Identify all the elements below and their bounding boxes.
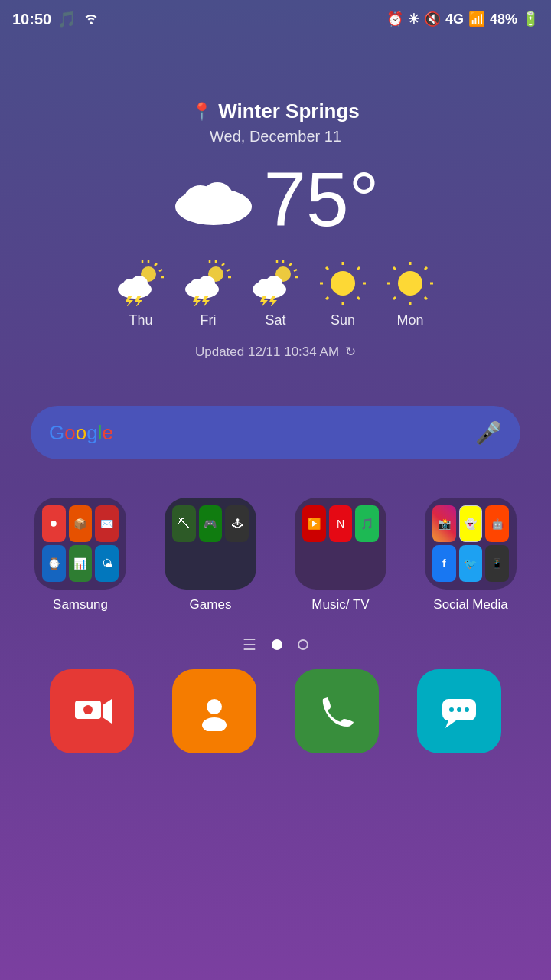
games-folder-item[interactable]: ⛏ 🎮 🕹 Games bbox=[157, 498, 264, 612]
forecast-mon: Mon bbox=[384, 260, 436, 328]
forecast-row: Thu Fri bbox=[115, 260, 436, 328]
svg-line-5 bbox=[155, 263, 157, 266]
svg-line-16 bbox=[222, 263, 224, 266]
svg-point-55 bbox=[51, 521, 57, 527]
signal-icon: 📶 bbox=[468, 11, 485, 28]
forecast-sat: Sat bbox=[249, 260, 302, 328]
data-icon: 4G bbox=[445, 11, 464, 28]
google-search-bar[interactable]: Google 🎤 bbox=[31, 406, 520, 459]
sat-label: Sat bbox=[265, 312, 285, 328]
status-left: 10:50 🎵 bbox=[12, 10, 99, 28]
svg-line-52 bbox=[425, 267, 427, 270]
forecast-fri: Fri bbox=[182, 260, 234, 328]
svg-marker-57 bbox=[103, 699, 112, 724]
svg-rect-64 bbox=[457, 707, 461, 712]
time: 10:50 bbox=[12, 11, 51, 28]
spotify-icon: 🎵 bbox=[57, 10, 77, 28]
games-label: Games bbox=[190, 597, 232, 612]
svg-rect-63 bbox=[449, 707, 454, 712]
location-name: Winter Springs bbox=[218, 100, 360, 123]
mic-icon[interactable]: 🎤 bbox=[475, 420, 502, 446]
forecast-sun: Sun bbox=[317, 260, 369, 328]
samsung-folder-item[interactable]: 📦 ✉️ ⌚ 📊 🌤 Samsung bbox=[27, 498, 134, 612]
svg-line-51 bbox=[425, 297, 427, 299]
battery-text: 48% bbox=[490, 11, 517, 28]
recent-dot bbox=[298, 639, 308, 650]
nav-dots: ☰ bbox=[0, 635, 551, 654]
games-folder[interactable]: ⛏ 🎮 🕹 bbox=[165, 498, 256, 590]
dock-row bbox=[0, 669, 551, 753]
music-tv-folder-item[interactable]: ▶️ N 🎵 Music/ TV bbox=[287, 498, 394, 612]
samsung-folder[interactable]: 📦 ✉️ ⌚ 📊 🌤 bbox=[34, 498, 126, 590]
temperature: 75° bbox=[263, 161, 379, 237]
svg-point-2 bbox=[202, 182, 233, 210]
phone-app[interactable] bbox=[295, 669, 379, 753]
svg-line-53 bbox=[393, 297, 396, 299]
svg-line-42 bbox=[357, 297, 360, 299]
svg-line-27 bbox=[289, 263, 292, 266]
svg-line-41 bbox=[326, 267, 328, 270]
weather-date: Wed, December 11 bbox=[210, 128, 341, 145]
svg-line-28 bbox=[294, 270, 297, 271]
samsung-label: Samsung bbox=[53, 597, 108, 612]
location-pin-icon: 📍 bbox=[191, 102, 212, 122]
svg-point-59 bbox=[207, 699, 222, 714]
svg-line-6 bbox=[159, 270, 162, 271]
status-bar: 10:50 🎵 ⏰ ✳ 🔇 4G 📶 48% 🔋 bbox=[0, 0, 551, 38]
svg-point-36 bbox=[331, 271, 355, 296]
svg-point-45 bbox=[398, 271, 422, 296]
updated-text: Updated 12/11 10:34 AM ↻ bbox=[195, 344, 356, 360]
bluetooth-icon: ✳ bbox=[408, 11, 419, 28]
svg-point-58 bbox=[83, 705, 93, 714]
svg-marker-62 bbox=[445, 720, 456, 728]
weather-widget: 📍 Winter Springs Wed, December 11 75° bbox=[0, 100, 551, 360]
temp-row: 75° bbox=[171, 161, 379, 237]
refresh-icon: ↻ bbox=[345, 344, 356, 360]
alarm-icon: ⏰ bbox=[386, 11, 403, 28]
thu-label: Thu bbox=[129, 312, 152, 328]
mute-icon: 🔇 bbox=[424, 11, 441, 28]
svg-point-60 bbox=[202, 717, 227, 731]
music-tv-folder[interactable]: ▶️ N 🎵 bbox=[295, 498, 386, 590]
status-right: ⏰ ✳ 🔇 4G 📶 48% 🔋 bbox=[386, 11, 539, 28]
music-tv-label: Music/ TV bbox=[311, 597, 369, 612]
battery-icon: 🔋 bbox=[522, 11, 539, 28]
svg-line-43 bbox=[357, 267, 360, 270]
contacts-app[interactable] bbox=[172, 669, 256, 753]
svg-line-50 bbox=[393, 267, 396, 270]
hamburger-icon: ☰ bbox=[243, 635, 256, 654]
home-dot bbox=[272, 639, 282, 650]
google-logo: Google bbox=[49, 421, 113, 445]
svg-line-17 bbox=[227, 270, 230, 271]
svg-point-33 bbox=[266, 276, 282, 291]
screen-recorder-app[interactable] bbox=[50, 669, 134, 753]
svg-line-44 bbox=[326, 297, 328, 299]
location-row: 📍 Winter Springs bbox=[191, 100, 360, 123]
social-media-label: Social Media bbox=[433, 597, 507, 612]
forecast-thu: Thu bbox=[115, 260, 167, 328]
messages-app[interactable] bbox=[417, 669, 501, 753]
svg-point-11 bbox=[131, 276, 148, 291]
social-media-folder-item[interactable]: 📸 👻 🤖 f 🐦 📱 Social Media bbox=[417, 498, 524, 612]
wifi-icon bbox=[83, 11, 99, 28]
apps-row: 📦 ✉️ ⌚ 📊 🌤 Samsung ⛏ 🎮 bbox=[0, 498, 551, 612]
cloud-icon bbox=[171, 168, 256, 230]
svg-rect-65 bbox=[465, 707, 469, 712]
social-media-folder[interactable]: 📸 👻 🤖 f 🐦 📱 bbox=[425, 498, 517, 590]
fri-label: Fri bbox=[201, 312, 217, 328]
mon-label: Mon bbox=[396, 312, 423, 328]
sun-label: Sun bbox=[331, 312, 355, 328]
svg-point-22 bbox=[198, 276, 215, 291]
